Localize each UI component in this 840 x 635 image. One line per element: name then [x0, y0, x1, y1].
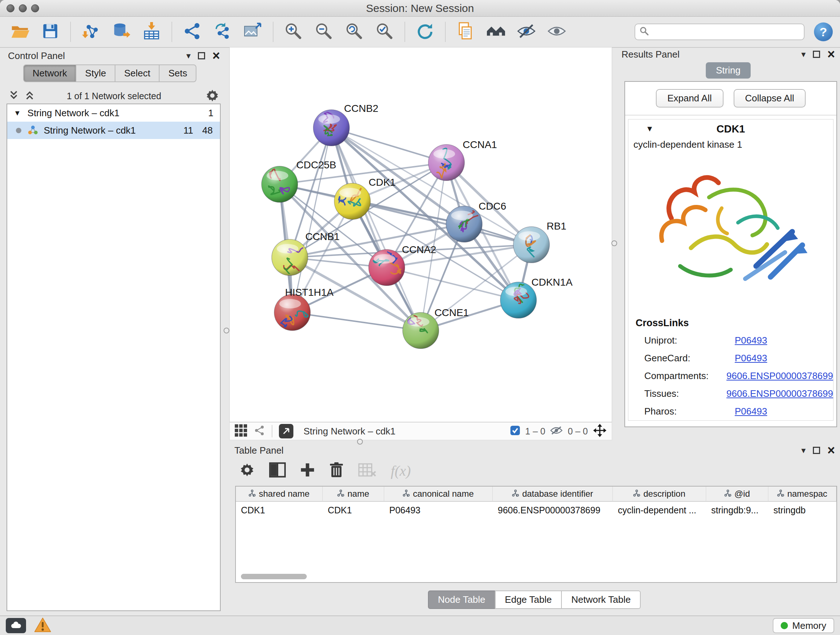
delete-table-button[interactable] [358, 462, 376, 479]
hide-selected-button[interactable] [516, 21, 537, 42]
expand-all-button[interactable]: Expand All [656, 89, 723, 108]
float-panel-icon[interactable] [813, 51, 820, 58]
right-splitter-handle[interactable] [611, 241, 617, 246]
crosslink-link[interactable]: P06493 [735, 353, 767, 364]
network-node-hist1h1a[interactable]: HIST1H1A [274, 287, 333, 331]
network-node-ccnb1[interactable]: CCNB1 [272, 231, 340, 278]
control-panel: Control Panel ▾ × NetworkStyleSelectSets… [3, 49, 225, 612]
bottom-splitter-handle[interactable] [357, 439, 363, 445]
network-collection-row[interactable]: ▼ String Network – cdk1 1 [7, 104, 220, 122]
section-collapse-icon[interactable]: ▼ [646, 124, 654, 134]
houses-icon [486, 21, 506, 42]
table-settings-button[interactable] [240, 462, 255, 479]
export-network-button[interactable] [279, 424, 294, 439]
new-network-button[interactable] [182, 21, 202, 42]
plus-icon [300, 463, 315, 478]
grid-view-button[interactable] [235, 424, 247, 438]
column-header[interactable]: description [613, 486, 706, 502]
export-image-button[interactable] [242, 21, 264, 42]
network-options-button[interactable] [205, 89, 219, 104]
tab-edge-table[interactable]: Edge Table [495, 591, 562, 609]
cloud-button[interactable] [6, 618, 26, 633]
clone-network-button[interactable] [212, 21, 233, 42]
left-splitter-handle[interactable] [224, 328, 229, 333]
network-node-cdkn1a[interactable]: CDKN1A [500, 277, 573, 318]
hidden-eye-slash-icon[interactable] [550, 426, 562, 437]
close-panel-icon[interactable]: × [827, 444, 835, 457]
network-edge[interactable] [292, 312, 421, 331]
close-panel-icon[interactable]: × [827, 48, 835, 61]
help-button[interactable]: ? [814, 22, 833, 41]
crosslink-link[interactable]: 9606.ENSP00000378699 [726, 371, 833, 382]
column-header[interactable]: database identifier [493, 486, 613, 502]
tab-network[interactable]: Network [23, 65, 76, 82]
zoom-in-button[interactable] [283, 21, 304, 42]
network-row-selected[interactable]: String Network – cdk1 11 48 [7, 122, 220, 139]
table-row[interactable]: CDK1CDK1P064939606.ENSP00000378699cyclin… [236, 502, 836, 518]
column-header[interactable]: shared name [236, 486, 323, 502]
network-node-ccna1[interactable]: CCNA1 [428, 139, 497, 181]
import-network-database-button[interactable] [111, 21, 132, 42]
crosslink-link[interactable]: P06493 [735, 406, 767, 417]
network-edge[interactable] [332, 128, 421, 331]
tab-network-table[interactable]: Network Table [561, 591, 641, 609]
column-header[interactable]: name [323, 486, 384, 502]
tab-node-table[interactable]: Node Table [428, 591, 496, 609]
tab-style[interactable]: Style [76, 65, 115, 82]
zoom-out-button[interactable] [313, 21, 334, 42]
column-header[interactable]: namespac [768, 486, 836, 502]
panel-menu-chevron-icon[interactable]: ▾ [186, 51, 191, 61]
selected-checkbox-icon[interactable] [510, 425, 520, 437]
delete-column-button[interactable] [329, 462, 344, 479]
zoom-fit-button[interactable] [344, 21, 365, 42]
apply-layout-button[interactable] [415, 21, 436, 42]
gear-icon [205, 97, 219, 103]
birds-eye-button[interactable] [485, 21, 507, 42]
close-panel-icon[interactable]: × [212, 49, 220, 62]
network-graph[interactable]: CCNB2CCNA1CDC25BCDK1CDC6RB1CCNB1CCNA2CDK… [230, 48, 613, 423]
tab-string[interactable]: String [706, 62, 751, 79]
float-panel-icon[interactable] [198, 52, 205, 59]
zoom-window-button[interactable] [31, 4, 39, 12]
share-view-button[interactable] [254, 424, 265, 438]
collapse-triangle-icon[interactable]: ▼ [14, 109, 21, 117]
close-window-button[interactable] [6, 4, 14, 12]
crosslink-link[interactable]: 9606.ENSP00000378699 [726, 388, 833, 399]
current-network-bullet [16, 128, 21, 133]
crosslink-link[interactable]: P06493 [735, 335, 767, 346]
import-network-file-button[interactable] [80, 21, 101, 42]
import-network-icon [81, 21, 101, 42]
tab-sets[interactable]: Sets [159, 65, 196, 82]
import-table-file-button[interactable] [141, 21, 162, 42]
crosslink-row: Pharos:P06493 [628, 402, 833, 420]
zoom-selected-button[interactable] [374, 21, 395, 42]
duplicate-document-button[interactable] [455, 21, 476, 42]
create-column-button[interactable] [300, 463, 315, 478]
network-canvas[interactable]: CCNB2CCNA1CDC25BCDK1CDC6RB1CCNB1CCNA2CDK… [229, 47, 612, 422]
float-panel-icon[interactable] [813, 447, 820, 454]
warnings-button[interactable] [34, 617, 51, 634]
open-session-button[interactable] [9, 21, 30, 42]
panel-menu-chevron-icon[interactable]: ▾ [801, 49, 806, 59]
column-header[interactable]: @id [706, 486, 768, 502]
show-columns-button[interactable] [269, 462, 286, 479]
collapse-all-button[interactable]: Collapse All [734, 89, 806, 108]
zoom-fit-icon [344, 21, 364, 42]
pan-move-button[interactable] [593, 424, 607, 439]
network-node-rb1[interactable]: RB1 [513, 220, 566, 263]
network-node-cdc25b[interactable]: CDC25B [262, 159, 336, 203]
search-field[interactable] [635, 24, 805, 40]
table-cell: CDK1 [236, 502, 323, 518]
minimize-window-button[interactable] [19, 4, 27, 12]
horizontal-scrollbar[interactable] [241, 574, 307, 579]
memory-button[interactable]: Memory [773, 618, 834, 633]
show-all-button[interactable] [546, 21, 567, 42]
network-node-cdk1[interactable]: CDK1 [334, 177, 396, 219]
save-session-button[interactable] [40, 21, 61, 42]
tab-select[interactable]: Select [115, 65, 159, 82]
search-input[interactable] [653, 27, 799, 38]
save-disk-icon [41, 21, 60, 42]
column-header[interactable]: canonical name [384, 486, 493, 502]
panel-menu-chevron-icon[interactable]: ▾ [801, 445, 806, 455]
function-builder-button[interactable]: f(x) [391, 462, 411, 479]
